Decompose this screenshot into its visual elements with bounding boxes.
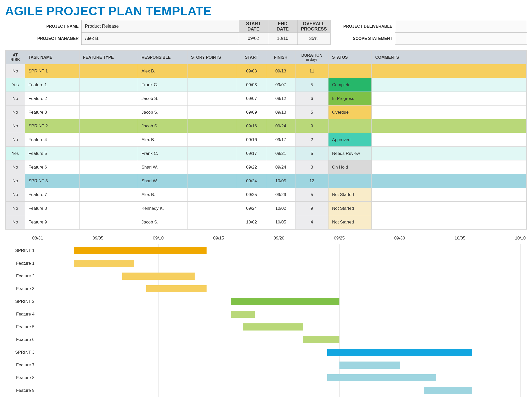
cell-task-name[interactable]: Feature 1 (25, 78, 80, 92)
cell-at-risk[interactable]: No (6, 188, 25, 202)
cell-responsible[interactable]: Alex B. (138, 64, 187, 78)
cell-feature-type[interactable] (80, 188, 138, 202)
cell-comments[interactable] (372, 147, 526, 160)
cell-story-points[interactable] (187, 202, 237, 215)
value-start-date[interactable]: 09/02 (239, 33, 268, 45)
cell-duration[interactable]: 3 (295, 160, 328, 174)
cell-responsible[interactable]: Shari W. (138, 174, 187, 188)
cell-finish[interactable]: 09/07 (266, 78, 295, 92)
cell-duration[interactable]: 5 (295, 147, 328, 160)
cell-status[interactable] (328, 119, 372, 133)
cell-duration[interactable]: 5 (295, 106, 328, 119)
cell-task-name[interactable]: SPRINT 3 (25, 174, 80, 188)
cell-start[interactable]: 09/25 (237, 188, 266, 202)
cell-comments[interactable] (372, 202, 526, 215)
cell-start[interactable]: 09/07 (237, 92, 266, 106)
cell-at-risk[interactable]: Yes (6, 78, 25, 92)
cell-status[interactable]: In Progress (328, 92, 372, 106)
cell-feature-type[interactable] (80, 160, 138, 174)
cell-at-risk[interactable]: No (6, 160, 25, 174)
cell-finish[interactable]: 10/02 (266, 202, 295, 215)
cell-at-risk[interactable]: No (6, 133, 25, 147)
cell-responsible[interactable]: Jacob S. (138, 215, 187, 229)
cell-status[interactable]: On Hold (328, 160, 372, 174)
cell-at-risk[interactable]: Yes (6, 147, 25, 160)
cell-start[interactable]: 09/03 (237, 64, 266, 78)
cell-comments[interactable] (372, 92, 526, 106)
cell-story-points[interactable] (187, 160, 237, 174)
cell-start[interactable]: 09/09 (237, 106, 266, 119)
cell-finish[interactable]: 10/05 (266, 174, 295, 188)
cell-story-points[interactable] (187, 174, 237, 188)
cell-feature-type[interactable] (80, 202, 138, 215)
cell-status[interactable]: Approved (328, 133, 372, 147)
cell-finish[interactable]: 09/12 (266, 92, 295, 106)
cell-feature-type[interactable] (80, 133, 138, 147)
cell-finish[interactable]: 09/24 (266, 160, 295, 174)
cell-comments[interactable] (372, 119, 526, 133)
cell-responsible[interactable]: Jacob S. (138, 119, 187, 133)
cell-duration[interactable]: 4 (295, 215, 328, 229)
cell-finish[interactable]: 09/17 (266, 133, 295, 147)
cell-duration[interactable]: 5 (295, 188, 328, 202)
cell-task-name[interactable]: SPRINT 1 (25, 64, 80, 78)
cell-status[interactable] (328, 174, 372, 188)
cell-duration[interactable]: 9 (295, 202, 328, 215)
cell-story-points[interactable] (187, 92, 237, 106)
cell-start[interactable]: 09/24 (237, 202, 266, 215)
cell-story-points[interactable] (187, 215, 237, 229)
cell-status[interactable]: Needs Review (328, 147, 372, 160)
cell-comments[interactable] (372, 215, 526, 229)
cell-status[interactable]: Complete (328, 78, 372, 92)
cell-finish[interactable]: 09/29 (266, 188, 295, 202)
cell-task-name[interactable]: Feature 5 (25, 147, 80, 160)
cell-responsible[interactable]: Jacob S. (138, 106, 187, 119)
cell-finish[interactable]: 10/05 (266, 215, 295, 229)
cell-comments[interactable] (372, 106, 526, 119)
cell-task-name[interactable]: Feature 4 (25, 133, 80, 147)
cell-story-points[interactable] (187, 106, 237, 119)
cell-responsible[interactable]: Jacob S. (138, 92, 187, 106)
cell-finish[interactable]: 09/13 (266, 106, 295, 119)
cell-comments[interactable] (372, 160, 526, 174)
cell-start[interactable]: 10/02 (237, 215, 266, 229)
cell-status[interactable]: Not Started (328, 188, 372, 202)
cell-feature-type[interactable] (80, 92, 138, 106)
cell-task-name[interactable]: Feature 8 (25, 202, 80, 215)
cell-comments[interactable] (372, 188, 526, 202)
cell-finish[interactable]: 09/13 (266, 64, 295, 78)
cell-story-points[interactable] (187, 119, 237, 133)
cell-duration[interactable]: 12 (295, 174, 328, 188)
cell-duration[interactable]: 6 (295, 92, 328, 106)
cell-feature-type[interactable] (80, 78, 138, 92)
cell-at-risk[interactable]: No (6, 119, 25, 133)
cell-start[interactable]: 09/22 (237, 160, 266, 174)
cell-feature-type[interactable] (80, 106, 138, 119)
cell-comments[interactable] (372, 174, 526, 188)
cell-start[interactable]: 09/24 (237, 174, 266, 188)
cell-status[interactable]: Overdue (328, 106, 372, 119)
cell-status[interactable] (328, 64, 372, 78)
cell-story-points[interactable] (187, 78, 237, 92)
cell-feature-type[interactable] (80, 215, 138, 229)
value-overall-progress[interactable]: 35% (297, 33, 330, 45)
cell-at-risk[interactable]: No (6, 106, 25, 119)
cell-finish[interactable]: 09/21 (266, 147, 295, 160)
cell-start[interactable]: 09/03 (237, 78, 266, 92)
cell-responsible[interactable]: Shari W. (138, 160, 187, 174)
cell-comments[interactable] (372, 64, 526, 78)
cell-responsible[interactable]: Frank C. (138, 147, 187, 160)
cell-start[interactable]: 09/16 (237, 133, 266, 147)
cell-story-points[interactable] (187, 64, 237, 78)
cell-task-name[interactable]: Feature 7 (25, 188, 80, 202)
cell-story-points[interactable] (187, 188, 237, 202)
cell-task-name[interactable]: SPRINT 2 (25, 119, 80, 133)
value-scope-statement[interactable] (395, 33, 527, 45)
cell-task-name[interactable]: Feature 6 (25, 160, 80, 174)
value-end-date[interactable]: 10/10 (268, 33, 297, 45)
cell-task-name[interactable]: Feature 2 (25, 92, 80, 106)
cell-story-points[interactable] (187, 133, 237, 147)
cell-responsible[interactable]: Alex B. (138, 188, 187, 202)
cell-at-risk[interactable]: No (6, 215, 25, 229)
cell-at-risk[interactable]: No (6, 174, 25, 188)
